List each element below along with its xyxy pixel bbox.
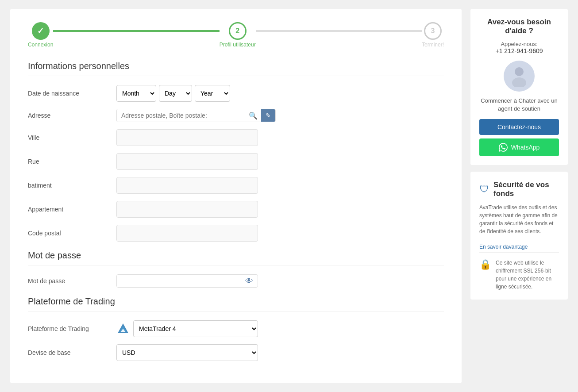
step-profil-circle: 2 — [229, 22, 247, 40]
learn-more-link[interactable]: En savoir davantage — [479, 244, 528, 250]
svg-point-3 — [515, 67, 524, 76]
platform-label: Plateforme de Trading — [28, 325, 116, 332]
currency-row: Devise de base USD — [28, 344, 444, 361]
rue-input[interactable] — [116, 153, 258, 170]
birth-date-label: Date de naissance — [28, 90, 116, 97]
ssl-row: 🔒 Ce site web utilise le chiffrement SSL… — [479, 252, 559, 291]
address-label: Adresse — [28, 112, 116, 119]
platform-control-wrap: MetaTrader 4 — [116, 320, 258, 337]
step-terminer-circle: 3 — [424, 22, 442, 40]
address-input-wrap: 🔍 ✎ — [116, 109, 276, 122]
agent-avatar-svg — [508, 65, 530, 87]
year-select[interactable]: Year — [195, 85, 230, 102]
step-terminer-label: Terminer! — [422, 42, 444, 48]
ville-input[interactable] — [116, 129, 258, 146]
stepper: Connexion 2 Profil utilisateur 3 Termine… — [28, 22, 444, 48]
address-input[interactable] — [117, 109, 245, 122]
rue-control-wrap — [116, 153, 444, 170]
rue-row: Rue — [28, 153, 444, 170]
edit-icon[interactable]: ✎ — [261, 109, 275, 122]
address-control-wrap: 🔍 ✎ — [116, 109, 444, 122]
step-connexion: Connexion — [28, 22, 53, 48]
appartement-control-wrap — [116, 201, 444, 218]
platform-select[interactable]: MetaTrader 4 — [133, 320, 258, 337]
step-line-2 — [256, 30, 422, 32]
avatar-wrap — [479, 61, 559, 92]
password-title: Mot de passe — [28, 250, 444, 265]
step-profil-label: Profil utilisateur — [220, 42, 256, 48]
avatar — [504, 61, 535, 92]
currency-control-wrap: USD — [116, 344, 444, 361]
shield-icon: 🛡 — [479, 184, 489, 195]
password-input-wrap: 👁 — [116, 274, 258, 288]
phone-label: Appelez-nous: — [479, 41, 559, 47]
password-control-wrap: 👁 — [116, 274, 444, 288]
svg-point-4 — [512, 77, 526, 87]
appartement-row: Appartement — [28, 201, 444, 218]
main-form: Connexion 2 Profil utilisateur 3 Termine… — [10, 9, 462, 383]
security-card: 🛡 Sécurité de vos fonds AvaTrade utilise… — [470, 172, 568, 300]
eye-icon[interactable]: 👁 — [241, 277, 258, 286]
step-terminer: 3 Terminer! — [422, 22, 444, 48]
checkmark-icon — [37, 26, 44, 36]
currency-label: Devise de base — [28, 349, 116, 356]
personal-info-title: Informations personnelles — [28, 61, 444, 76]
password-label: Mot de passe — [28, 277, 116, 284]
whatsapp-label: WhatsApp — [511, 144, 540, 151]
appartement-label: Appartement — [28, 206, 116, 213]
security-header: 🛡 Sécurité de vos fonds — [479, 181, 559, 198]
code-postal-input[interactable] — [116, 225, 258, 242]
day-select[interactable]: Day — [159, 85, 192, 102]
chat-text: Commencer à Chater avec un agent de sout… — [479, 97, 559, 113]
contact-button[interactable]: Contactez-nous — [479, 119, 559, 135]
whatsapp-button[interactable]: WhatsApp — [479, 138, 559, 156]
help-card: Avez-vous besoin d'aide ? Appelez-nous: … — [470, 9, 568, 165]
help-title: Avez-vous besoin d'aide ? — [479, 18, 559, 35]
metatrader-icon — [116, 322, 130, 335]
birth-date-row: Date de naissance Month Day Year — [28, 85, 444, 102]
batiment-control-wrap — [116, 177, 444, 194]
code-postal-row: Code postal — [28, 225, 444, 242]
batiment-row: batiment — [28, 177, 444, 194]
month-select[interactable]: Month — [116, 85, 156, 102]
phone-number: +1 212-941-9609 — [479, 47, 559, 54]
sidebar: Avez-vous besoin d'aide ? Appelez-nous: … — [470, 9, 568, 383]
search-icon: 🔍 — [245, 109, 261, 122]
ssl-text: Ce site web utilise le chiffrement SSL 2… — [496, 259, 559, 291]
code-postal-control-wrap — [116, 225, 444, 242]
step-line-1 — [53, 30, 219, 32]
date-fields-wrap: Month Day Year — [116, 85, 444, 102]
address-row: Adresse 🔍 ✎ — [28, 109, 444, 122]
appartement-input[interactable] — [116, 201, 258, 218]
trading-title: Plateforme de Trading — [28, 296, 444, 311]
batiment-label: batiment — [28, 182, 116, 189]
code-postal-label: Code postal — [28, 230, 116, 237]
whatsapp-icon — [499, 143, 508, 152]
security-text: AvaTrade utilise des outils et des systè… — [479, 204, 559, 235]
step-connexion-circle — [32, 22, 50, 40]
ville-label: Ville — [28, 134, 116, 141]
step-profil: 2 Profil utilisateur — [220, 22, 256, 48]
ville-control-wrap — [116, 129, 444, 146]
currency-select[interactable]: USD — [116, 344, 258, 361]
step-connexion-label: Connexion — [28, 42, 53, 48]
mt4-svg — [117, 323, 129, 335]
batiment-input[interactable] — [116, 177, 258, 194]
password-row: Mot de passe 👁 — [28, 274, 444, 288]
lock-icon: 🔒 — [479, 259, 491, 270]
password-input[interactable] — [117, 275, 241, 287]
ville-row: Ville — [28, 129, 444, 146]
security-title: Sécurité de vos fonds — [493, 181, 559, 198]
rue-label: Rue — [28, 158, 116, 165]
platform-row: Plateforme de Trading MetaTrader 4 — [28, 320, 444, 337]
